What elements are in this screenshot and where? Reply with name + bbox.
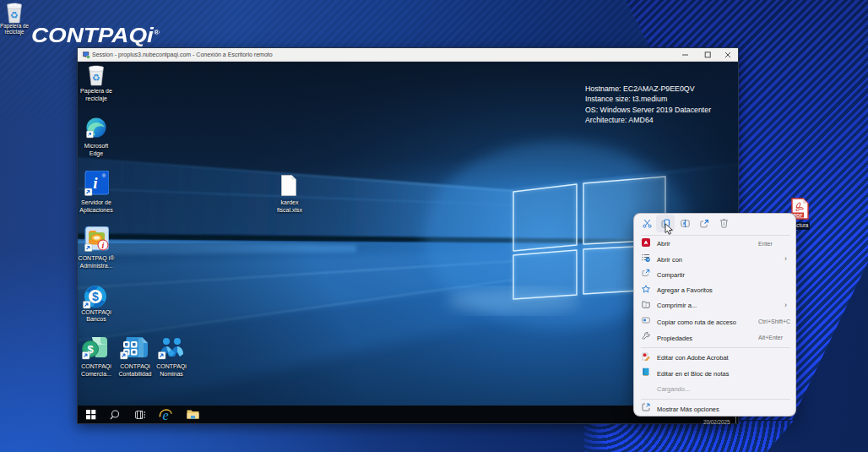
svg-text:$: $	[92, 290, 99, 303]
svg-text:®: ®	[102, 173, 106, 178]
svg-text:♻: ♻	[92, 73, 100, 83]
svg-text:i: i	[93, 174, 98, 192]
svg-text:i: i	[102, 241, 105, 250]
svg-text:♻: ♻	[10, 10, 19, 20]
